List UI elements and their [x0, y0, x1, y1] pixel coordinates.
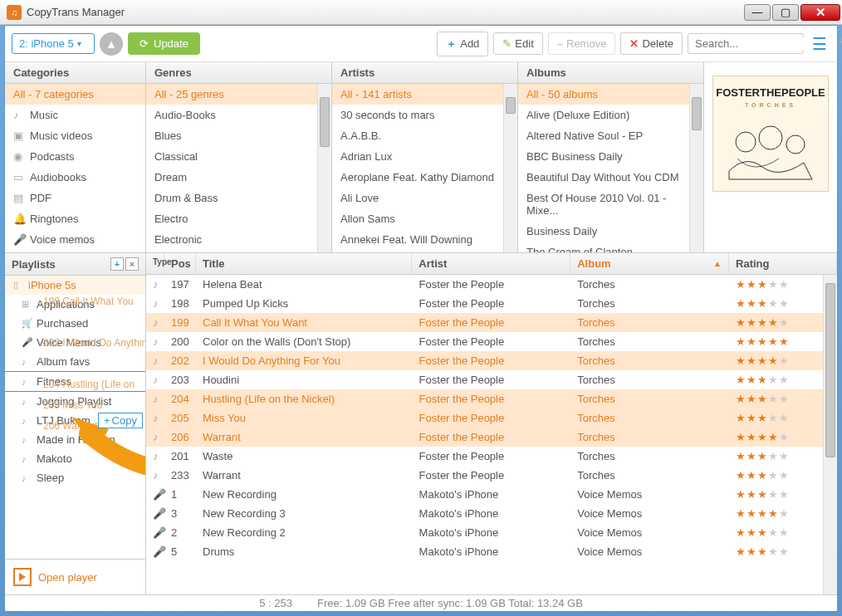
- track-rating[interactable]: ★★★★★: [729, 374, 837, 386]
- playlist-root[interactable]: ▯iPhone 5s: [5, 276, 145, 295]
- track-rating[interactable]: ★★★★★: [729, 412, 837, 424]
- list-item[interactable]: Alive (Deluxe Edition): [518, 105, 703, 125]
- list-item[interactable]: Ali Love: [332, 188, 517, 208]
- th-title[interactable]: Title: [196, 253, 412, 274]
- table-row[interactable]: ♪197Helena BeatFoster the PeopleTorches★…: [146, 275, 837, 294]
- table-row[interactable]: ♪202I Would Do Anything For YouFoster th…: [146, 351, 837, 370]
- list-item[interactable]: Annekei Feat. Will Downing: [332, 229, 517, 250]
- categories-list[interactable]: All - 7 categories ♪Music ▣Music videos …: [5, 84, 145, 252]
- category-music-videos[interactable]: ▣Music videos: [5, 125, 145, 146]
- playlist-album-favs[interactable]: ♪Album favs: [5, 352, 145, 371]
- track-rating[interactable]: ★★★★★: [729, 297, 837, 310]
- playlist-jogging[interactable]: ♪Jogging Playlist: [5, 392, 145, 411]
- list-item[interactable]: A.A.B.B.: [332, 125, 517, 146]
- track-rating[interactable]: ★★★★★: [729, 393, 837, 405]
- track-rating[interactable]: ★★★★★: [729, 431, 837, 443]
- table-row[interactable]: ♪199Call It What You WantFoster the Peop…: [146, 313, 837, 332]
- list-item[interactable]: Electronic: [146, 229, 331, 250]
- list-item[interactable]: The Cream of Clapton: [518, 242, 703, 252]
- albums-list[interactable]: All - 50 albums Alive (Deluxe Edition) A…: [518, 84, 703, 252]
- list-item[interactable]: Business Daily: [518, 221, 703, 242]
- table-row[interactable]: ♪203HoudiniFoster the PeopleTorches★★★★★: [146, 370, 837, 389]
- minimize-button[interactable]: —: [744, 4, 771, 21]
- th-rating[interactable]: Rating: [729, 253, 837, 274]
- list-item[interactable]: Drum & Bass: [146, 188, 331, 208]
- table-row[interactable]: ♪198Pumped Up KicksFoster the PeopleTorc…: [146, 294, 837, 313]
- table-row[interactable]: ♪206WarrantFoster the PeopleTorches★★★★★: [146, 428, 837, 447]
- track-rating[interactable]: ★★★★★: [729, 278, 837, 291]
- playlist-made-in-heaven[interactable]: ♪Made in Heaven: [5, 430, 145, 449]
- scrollbar[interactable]: [317, 84, 331, 252]
- list-item[interactable]: Electro: [146, 208, 331, 229]
- track-rating[interactable]: ★★★★★: [729, 354, 837, 367]
- close-button[interactable]: ✕: [800, 4, 840, 21]
- track-rating[interactable]: ★★★★★: [729, 335, 837, 348]
- track-rating[interactable]: ★★★★★: [729, 316, 837, 329]
- list-item[interactable]: Adrian Lux: [332, 146, 517, 167]
- category-music[interactable]: ♪Music: [5, 105, 145, 125]
- category-pdf[interactable]: ▤PDF: [5, 188, 145, 208]
- update-button[interactable]: ⟳ Update: [128, 32, 200, 55]
- artist-all[interactable]: All - 141 artists: [332, 84, 517, 105]
- th-pos[interactable]: Pos: [164, 253, 196, 274]
- th-album[interactable]: Album▲: [570, 253, 729, 274]
- delete-playlist-button[interactable]: ×: [125, 257, 139, 271]
- scrollbar[interactable]: [689, 84, 703, 252]
- add-playlist-button[interactable]: +: [110, 257, 124, 271]
- category-voice-memos[interactable]: 🎤Voice memos: [5, 229, 145, 250]
- list-item[interactable]: 30 seconds to mars: [332, 105, 517, 125]
- table-row[interactable]: 🎤3New Recording 3Makoto's iPhoneVoice Me…: [146, 504, 837, 523]
- album-all[interactable]: All - 50 albums: [518, 84, 703, 105]
- scrollbar[interactable]: [823, 275, 837, 594]
- th-artist[interactable]: Artist: [412, 253, 570, 274]
- th-type[interactable]: Type: [146, 253, 164, 274]
- category-audiobooks[interactable]: ▭Audiobooks: [5, 167, 145, 188]
- eject-button[interactable]: ▲: [100, 32, 123, 56]
- maximize-button[interactable]: ▢: [772, 4, 799, 21]
- open-player-button[interactable]: Open player: [5, 559, 145, 594]
- playlist-purchased[interactable]: 🛒Purchased: [5, 314, 145, 333]
- list-item[interactable]: Allon Sams: [332, 208, 517, 229]
- playlists-list[interactable]: ▯iPhone 5s ⊞Applications 🛒Purchased 🎤Voi…: [5, 276, 145, 559]
- genres-list[interactable]: All - 25 genres Audio-Books Blues Classi…: [146, 84, 331, 252]
- scrollbar[interactable]: [503, 84, 517, 252]
- table-row[interactable]: ♪201WasteFoster the PeopleTorches★★★★★: [146, 447, 837, 466]
- tracks-list[interactable]: ♪197Helena BeatFoster the PeopleTorches★…: [146, 275, 837, 594]
- track-rating[interactable]: ★★★★★: [729, 450, 837, 462]
- table-row[interactable]: ♪233WarrantFoster the PeopleTorches★★★★★: [146, 466, 837, 485]
- list-item[interactable]: Aeroplane Feat. Kathy Diamond: [332, 167, 517, 188]
- delete-button[interactable]: ✕Delete: [620, 32, 683, 55]
- playlist-fitness[interactable]: ♪Fitness: [5, 371, 145, 392]
- table-row[interactable]: 🎤5DrumsMakoto's iPhoneVoice Memos★★★★★: [146, 542, 837, 561]
- list-item[interactable]: Classical: [146, 146, 331, 167]
- table-row[interactable]: ♪204Hustling (Life on the Nickel)Foster …: [146, 389, 837, 408]
- track-rating[interactable]: ★★★★★: [729, 488, 837, 501]
- playlist-voice-memos[interactable]: 🎤Voice Memos: [5, 333, 145, 352]
- table-row[interactable]: 🎤1New RecordingMakoto's iPhoneVoice Memo…: [146, 485, 837, 504]
- list-item[interactable]: BBC Business Daily: [518, 146, 703, 167]
- table-row[interactable]: ♪200Color on the Walls (Don't Stop)Foste…: [146, 332, 837, 351]
- track-rating[interactable]: ★★★★★: [729, 469, 837, 482]
- playlist-sleep[interactable]: ♪Sleep: [5, 468, 145, 487]
- table-row[interactable]: 🎤2New Recording 2Makoto's iPhoneVoice Me…: [146, 523, 837, 542]
- list-item[interactable]: Beautiful Day Without You CDM: [518, 167, 703, 188]
- category-podcasts[interactable]: ◉Podcasts: [5, 146, 145, 167]
- table-row[interactable]: ♪205Miss YouFoster the PeopleTorches★★★★…: [146, 408, 837, 428]
- playlist-makoto[interactable]: ♪Makoto: [5, 449, 145, 468]
- category-ringtones[interactable]: 🔔Ringtones: [5, 208, 145, 229]
- list-item[interactable]: Altered Native Soul - EP: [518, 125, 703, 146]
- genre-all[interactable]: All - 25 genres: [146, 84, 331, 105]
- menu-button[interactable]: ☰: [809, 34, 830, 54]
- list-item[interactable]: Dream: [146, 167, 331, 188]
- edit-button[interactable]: ✎Edit: [493, 32, 542, 55]
- add-button[interactable]: ＋Add: [437, 32, 488, 56]
- track-rating[interactable]: ★★★★★: [729, 545, 837, 558]
- playlist-applications[interactable]: ⊞Applications: [5, 295, 145, 314]
- artists-list[interactable]: All - 141 artists 30 seconds to mars A.A…: [332, 84, 517, 252]
- track-rating[interactable]: ★★★★★: [729, 507, 837, 520]
- category-all[interactable]: All - 7 categories: [5, 84, 145, 105]
- device-dropdown[interactable]: 2: iPhone 5 ▾: [12, 33, 95, 54]
- list-item[interactable]: Audio-Books: [146, 105, 331, 125]
- list-item[interactable]: Blues: [146, 125, 331, 146]
- track-rating[interactable]: ★★★★★: [729, 526, 837, 539]
